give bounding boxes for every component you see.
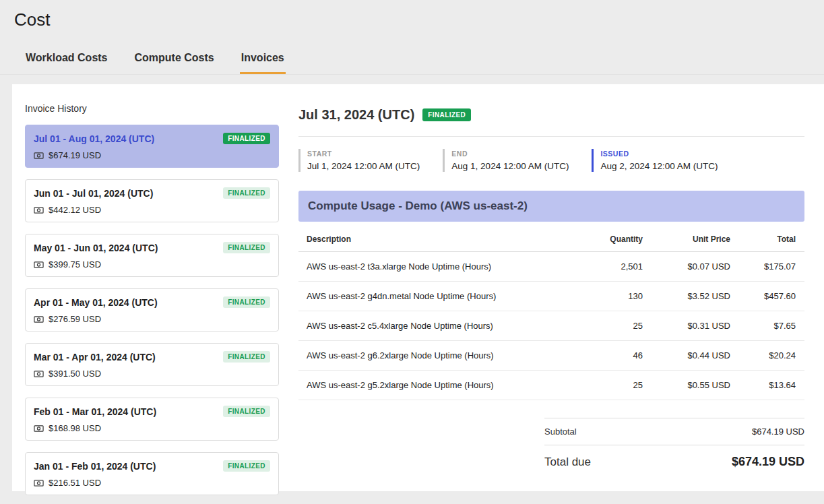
banknote-icon (34, 370, 44, 378)
col-header-quantity: Quantity (562, 224, 643, 252)
usage-quantity: 2,501 (562, 252, 643, 282)
invoice-status-badge: FINALIZED (223, 296, 270, 308)
invoice-item-amount-row: $399.75 USD (34, 259, 270, 270)
banknote-icon (34, 152, 44, 160)
subtotal-value: $674.19 USD (752, 427, 804, 437)
invoice-item-amount-row: $391.50 USD (34, 369, 270, 379)
usage-quantity: 25 (562, 311, 643, 341)
invoice-list-item[interactable]: Apr 01 - May 01, 2024 (UTC) FINALIZED $2… (25, 288, 279, 332)
tab-invoices[interactable]: Invoices (240, 46, 286, 74)
usage-table-row: AWS us-east-2 g5.2xlarge Node Uptime (Ho… (298, 371, 804, 400)
tab-workload-costs[interactable]: Workload Costs (24, 46, 109, 74)
invoice-detail-panel: Jul 31, 2024 (UTC) FINALIZED START Jul 1… (298, 84, 824, 491)
invoice-item-amount-row: $276.59 USD (34, 314, 270, 324)
total-due-value: $674.19 USD (732, 455, 804, 469)
usage-table-header-row: Description Quantity Unit Price Total (298, 224, 804, 252)
usage-table-row: AWS us-east-2 g4dn.metal Node Uptime (Ho… (298, 282, 804, 311)
col-header-total: Total (730, 224, 804, 252)
meta-issued-label: ISSUED (600, 150, 718, 158)
invoice-amount: $276.59 USD (49, 314, 101, 324)
usage-table-row: AWS us-east-2 g6.2xlarge Node Uptime (Ho… (298, 341, 804, 371)
meta-start-value: Jul 1, 2024 12:00 AM (UTC) (307, 161, 420, 171)
tab-compute-costs[interactable]: Compute Costs (133, 46, 216, 74)
invoice-item-amount-row: $168.98 USD (34, 423, 270, 433)
invoice-status-badge: FINALIZED (223, 351, 270, 363)
invoice-amount: $442.12 USD (49, 205, 101, 215)
banknote-icon (34, 206, 44, 214)
invoice-list-item[interactable]: Jun 01 - Jul 01, 2024 (UTC) FINALIZED $4… (25, 179, 279, 222)
usage-description: AWS us-east-2 g5.2xlarge Node Uptime (Ho… (298, 371, 562, 400)
usage-table-row: AWS us-east-2 c5.4xlarge Node Uptime (Ho… (298, 311, 804, 341)
tab-bar: Workload Costs Compute Costs Invoices (0, 46, 824, 75)
meta-issued-value: Aug 2, 2024 12:00 AM (UTC) (600, 161, 718, 171)
banknote-icon (34, 315, 44, 323)
usage-unit-price: $0.55 USD (643, 371, 730, 400)
invoice-list-item[interactable]: Jan 01 - Feb 01, 2024 (UTC) FINALIZED $2… (25, 452, 279, 495)
col-header-unit-price: Unit Price (643, 224, 730, 252)
invoice-item-header: Jan 01 - Feb 01, 2024 (UTC) FINALIZED (34, 460, 270, 472)
invoice-item-header: Apr 01 - May 01, 2024 (UTC) FINALIZED (34, 296, 270, 308)
usage-table: Description Quantity Unit Price Total AW… (298, 224, 804, 400)
meta-start: START Jul 1, 2024 12:00 AM (UTC) (298, 149, 431, 172)
invoice-item-header: May 01 - Jun 01, 2024 (UTC) FINALIZED (34, 242, 270, 253)
invoice-list-item[interactable]: Mar 01 - Apr 01, 2024 (UTC) FINALIZED $3… (25, 343, 279, 386)
usage-unit-price: $0.07 USD (643, 252, 730, 282)
banknote-icon (34, 261, 44, 269)
invoice-amount: $399.75 USD (49, 259, 101, 270)
usage-total: $7.65 (730, 311, 804, 341)
header-divider (298, 136, 804, 137)
usage-table-row: AWS us-east-2 t3a.xlarge Node Uptime (Ho… (298, 252, 804, 282)
banknote-icon (34, 424, 44, 433)
invoice-amount: $674.19 USD (49, 150, 101, 160)
invoice-item-amount-row: $216.51 USD (34, 478, 270, 488)
usage-description: AWS us-east-2 t3a.xlarge Node Uptime (Ho… (298, 252, 562, 282)
invoice-item-amount-row: $442.12 USD (34, 205, 270, 215)
total-due-label: Total due (544, 455, 591, 469)
invoice-period: Apr 01 - May 01, 2024 (UTC) (34, 297, 158, 308)
usage-total: $457.60 (730, 282, 804, 311)
invoice-amount: $168.98 USD (49, 423, 101, 433)
invoice-item-amount-row: $674.19 USD (34, 150, 270, 160)
invoice-period: Jan 01 - Feb 01, 2024 (UTC) (34, 461, 156, 472)
invoice-amount: $391.50 USD (49, 369, 101, 379)
invoice-list-item[interactable]: Feb 01 - Mar 01, 2024 (UTC) FINALIZED $1… (25, 398, 279, 441)
invoice-status-badge: FINALIZED (223, 460, 270, 472)
usage-description: AWS us-east-2 g4dn.metal Node Uptime (Ho… (298, 282, 562, 311)
content-card: Invoice History Jul 01 - Aug 01, 2024 (U… (12, 84, 824, 491)
invoice-list-item[interactable]: Jul 01 - Aug 01, 2024 (UTC) FINALIZED $6… (25, 125, 279, 168)
invoice-item-header: Feb 01 - Mar 01, 2024 (UTC) FINALIZED (34, 406, 270, 417)
usage-description: AWS us-east-2 g6.2xlarge Node Uptime (Ho… (298, 341, 562, 371)
usage-section-banner: Compute Usage - Demo (AWS us-east-2) (298, 191, 804, 222)
usage-total: $13.64 (730, 371, 804, 400)
total-due-row: Total due $674.19 USD (544, 445, 804, 478)
usage-description: AWS us-east-2 c5.4xlarge Node Uptime (Ho… (298, 311, 562, 341)
meta-end: END Aug 1, 2024 12:00 AM (UTC) (443, 149, 579, 172)
invoice-detail-title: Jul 31, 2024 (UTC) (298, 107, 414, 123)
invoice-status-badge: FINALIZED (223, 242, 270, 253)
invoice-period: Jul 01 - Aug 01, 2024 (UTC) (34, 133, 154, 144)
meta-issued: ISSUED Aug 2, 2024 12:00 AM (UTC) (592, 149, 728, 172)
invoice-status-badge: FINALIZED (223, 187, 270, 199)
invoice-period: Mar 01 - Apr 01, 2024 (UTC) (34, 352, 156, 363)
subtotal-row: Subtotal $674.19 USD (544, 418, 804, 445)
meta-end-value: Aug 1, 2024 12:00 AM (UTC) (451, 161, 569, 171)
usage-quantity: 46 (562, 341, 643, 371)
invoice-list-item[interactable]: May 01 - Jun 01, 2024 (UTC) FINALIZED $3… (25, 234, 279, 277)
meta-start-label: START (307, 150, 420, 158)
usage-unit-price: $0.31 USD (643, 311, 730, 341)
invoice-item-header: Mar 01 - Apr 01, 2024 (UTC) FINALIZED (34, 351, 270, 363)
invoice-detail-header: Jul 31, 2024 (UTC) FINALIZED (298, 100, 804, 136)
usage-quantity: 25 (562, 371, 643, 400)
invoice-period: Feb 01 - Mar 01, 2024 (UTC) (34, 406, 156, 417)
usage-total: $175.07 (730, 252, 804, 282)
page-title: Cost (0, 0, 824, 30)
invoice-period: May 01 - Jun 01, 2024 (UTC) (34, 243, 158, 253)
usage-total: $20.24 (730, 341, 804, 371)
invoice-status-badge: FINALIZED (223, 406, 270, 417)
invoice-status-badge: FINALIZED (223, 133, 270, 144)
meta-end-label: END (451, 150, 569, 158)
invoice-meta-row: START Jul 1, 2024 12:00 AM (UTC) END Aug… (298, 149, 804, 172)
invoice-period: Jun 01 - Jul 01, 2024 (UTC) (34, 188, 153, 199)
invoice-item-header: Jun 01 - Jul 01, 2024 (UTC) FINALIZED (34, 187, 270, 199)
subtotal-label: Subtotal (544, 427, 577, 437)
